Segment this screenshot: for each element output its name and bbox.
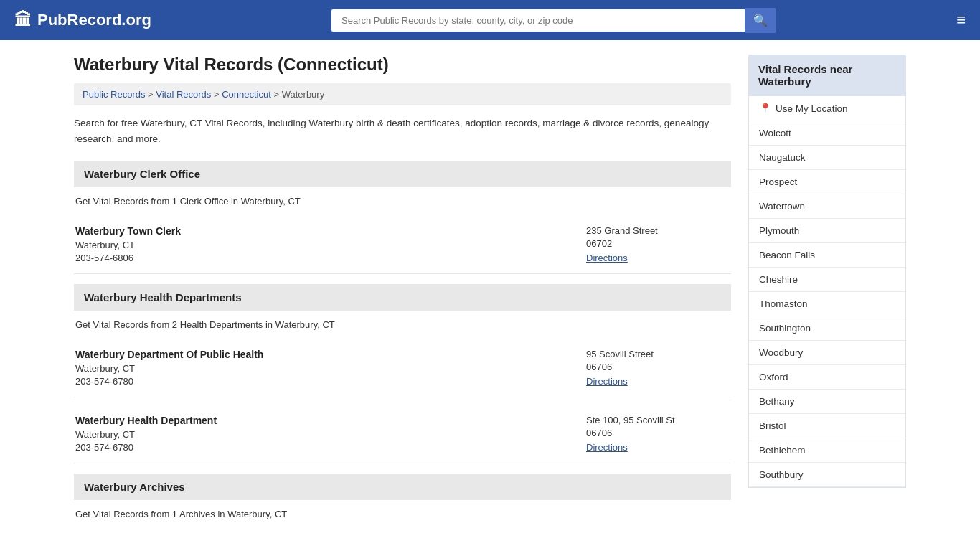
record-city-town-clerk: Waterbury, CT xyxy=(75,240,181,250)
sidebar-item-naugatuck[interactable]: Naugatuck xyxy=(749,146,905,170)
sidebar: Vital Records near Waterbury 📍 Use My Lo… xyxy=(748,55,906,531)
record-right-town-clerk: 235 Grand Street 06702 Directions xyxy=(586,225,730,263)
table-row: Waterbury Town Clerk Waterbury, CT 203-5… xyxy=(74,218,731,274)
sidebar-item-bristol[interactable]: Bristol xyxy=(749,414,905,438)
directions-link-town-clerk[interactable]: Directions xyxy=(586,253,628,263)
record-right-pub-health: 95 Scovill Street 06706 Directions xyxy=(586,349,730,387)
page-title: Waterbury Vital Records (Connecticut) xyxy=(74,55,731,75)
breadcrumb-sep3: > xyxy=(273,89,281,100)
sidebar-item-cheshire[interactable]: Cheshire xyxy=(749,268,905,292)
sidebar-item-use-location[interactable]: 📍 Use My Location xyxy=(749,96,905,121)
record-name-health-dept: Waterbury Health Department xyxy=(75,415,217,426)
logo[interactable]: 🏛 PubRecord.org xyxy=(14,10,151,30)
record-city-health-dept: Waterbury, CT xyxy=(75,429,217,440)
breadcrumb-public-records[interactable]: Public Records xyxy=(83,89,145,100)
sidebar-item-thomaston[interactable]: Thomaston xyxy=(749,292,905,316)
record-address-pub-health: 95 Scovill Street xyxy=(586,349,730,359)
breadcrumb-sep2: > xyxy=(214,89,222,100)
sidebar-item-plymouth[interactable]: Plymouth xyxy=(749,219,905,243)
main-container: Waterbury Vital Records (Connecticut) Pu… xyxy=(60,40,920,545)
record-address-health-dept: Ste 100, 95 Scovill St xyxy=(586,415,730,425)
sidebar-item-oxford[interactable]: Oxford xyxy=(749,365,905,390)
record-zip-pub-health: 06706 xyxy=(586,362,730,372)
directions-link-pub-health[interactable]: Directions xyxy=(586,376,628,387)
record-left-health-dept: Waterbury Health Department Waterbury, C… xyxy=(75,415,217,453)
record-name-pub-health: Waterbury Department Of Public Health xyxy=(75,349,263,360)
search-bar: 🔍 xyxy=(331,8,776,33)
table-row: Waterbury Department Of Public Health Wa… xyxy=(74,342,731,397)
table-row: Waterbury Health Department Waterbury, C… xyxy=(74,408,731,463)
search-input[interactable] xyxy=(331,9,745,32)
sidebar-item-southbury[interactable]: Southbury xyxy=(749,463,905,487)
section-desc-clerk: Get Vital Records from 1 Clerk Office in… xyxy=(74,196,731,207)
record-phone-town-clerk: 203-574-6806 xyxy=(75,253,181,263)
sidebar-item-bethlehem[interactable]: Bethlehem xyxy=(749,438,905,463)
breadcrumb-connecticut[interactable]: Connecticut xyxy=(222,89,271,100)
search-button[interactable]: 🔍 xyxy=(745,8,776,33)
section-desc-archives: Get Vital Records from 1 Archives in Wat… xyxy=(74,509,731,519)
section-header-archives: Waterbury Archives xyxy=(74,474,731,500)
sidebar-item-bethany[interactable]: Bethany xyxy=(749,390,905,414)
breadcrumb-sep1: > xyxy=(148,89,156,100)
sidebar-item-woodbury[interactable]: Woodbury xyxy=(749,341,905,365)
logo-icon: 🏛 xyxy=(14,10,32,30)
sidebar-item-watertown[interactable]: Watertown xyxy=(749,194,905,219)
content-area: Waterbury Vital Records (Connecticut) Pu… xyxy=(74,55,731,531)
breadcrumb-waterbury: Waterbury xyxy=(282,89,324,100)
sidebar-item-southington[interactable]: Southington xyxy=(749,316,905,341)
sidebar-item-wolcott[interactable]: Wolcott xyxy=(749,121,905,146)
header: 🏛 PubRecord.org 🔍 ≡ xyxy=(0,0,980,40)
sidebar-list: 📍 Use My Location Wolcott Naugatuck Pros… xyxy=(748,96,906,488)
sidebar-item-beacon-falls[interactable]: Beacon Falls xyxy=(749,243,905,268)
record-phone-pub-health: 203-574-6780 xyxy=(75,376,263,387)
page-description: Search for free Waterbury, CT Vital Reco… xyxy=(74,116,731,146)
menu-icon[interactable]: ≡ xyxy=(956,11,966,29)
record-city-pub-health: Waterbury, CT xyxy=(75,363,263,374)
sidebar-item-prospect[interactable]: Prospect xyxy=(749,170,905,194)
section-header-clerk: Waterbury Clerk Office xyxy=(74,161,731,187)
record-zip-town-clerk: 06702 xyxy=(586,238,730,249)
use-location-label: Use My Location xyxy=(776,103,848,114)
record-name-town-clerk: Waterbury Town Clerk xyxy=(75,225,181,237)
directions-link-health-dept[interactable]: Directions xyxy=(586,442,628,453)
breadcrumb-vital-records[interactable]: Vital Records xyxy=(156,89,211,100)
pin-icon: 📍 xyxy=(759,103,771,114)
record-phone-health-dept: 203-574-6780 xyxy=(75,442,217,453)
section-header-health: Waterbury Health Departments xyxy=(74,284,731,311)
record-address-town-clerk: 235 Grand Street xyxy=(586,225,730,236)
record-left-pub-health: Waterbury Department Of Public Health Wa… xyxy=(75,349,263,387)
record-right-health-dept: Ste 100, 95 Scovill St 06706 Directions xyxy=(586,415,730,453)
record-zip-health-dept: 06706 xyxy=(586,428,730,438)
breadcrumb: Public Records > Vital Records > Connect… xyxy=(74,83,731,105)
logo-text: PubRecord.org xyxy=(37,11,151,29)
sidebar-title: Vital Records near Waterbury xyxy=(748,55,906,96)
record-left-clerk: Waterbury Town Clerk Waterbury, CT 203-5… xyxy=(75,225,181,263)
section-desc-health: Get Vital Records from 2 Health Departme… xyxy=(74,319,731,330)
